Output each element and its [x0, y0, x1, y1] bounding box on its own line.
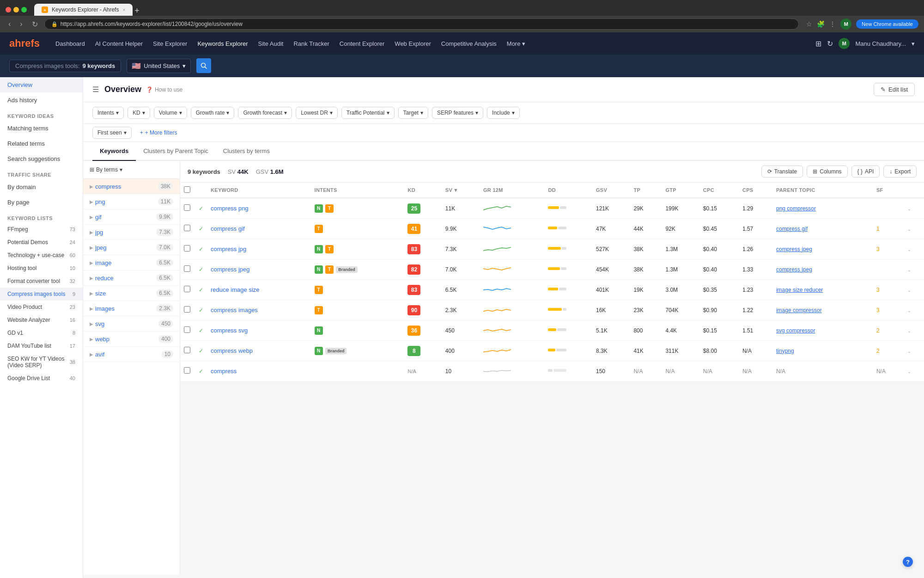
col-kd[interactable]: KD [404, 183, 441, 198]
sidebar-list-gd-v1[interactable]: GD v1 8 [0, 326, 83, 339]
settings-icon[interactable]: ↻ [827, 39, 833, 48]
sidebar-by-page[interactable]: By page [0, 195, 83, 210]
sidebar-list-hosting-tool[interactable]: Hosting tool 10 [0, 262, 83, 275]
row-checkbox[interactable] [180, 259, 195, 280]
filter-serp-features[interactable]: SERP features ▾ [432, 107, 483, 119]
nav-competitive-analysis[interactable]: Competitive Analysis [437, 37, 501, 50]
row-keyword[interactable]: compress webp [207, 341, 311, 361]
row-parent-topic[interactable]: svg compressor [772, 320, 873, 341]
translate-button[interactable]: ⟳ Translate [761, 166, 803, 178]
row-parent-topic[interactable]: png compressor [772, 198, 873, 219]
select-all-checkbox[interactable] [184, 186, 190, 193]
parent-topic-link[interactable]: compress jpeg [776, 246, 812, 252]
tab-clusters-terms[interactable]: Clusters by terms [216, 142, 277, 161]
col-gr12m[interactable]: GR 12M [480, 183, 544, 198]
sidebar-list-dam-youtube[interactable]: DAM YouTube list 17 [0, 339, 83, 352]
active-tab[interactable]: a Keywords Explorer - Ahrefs × [34, 4, 133, 16]
search-button[interactable] [196, 58, 211, 73]
row-select-checkbox[interactable] [184, 306, 190, 313]
row-keyword[interactable]: compress jpg [207, 239, 311, 259]
col-keyword[interactable]: Keyword [207, 183, 311, 198]
menu-icon[interactable]: ⋮ [829, 20, 836, 28]
user-name[interactable]: Manu Chaudhary... [855, 40, 906, 47]
cluster-row-size[interactable]: ▶ size 6.5K [83, 286, 180, 301]
user-avatar[interactable]: M [840, 18, 851, 30]
api-button[interactable]: { } API [851, 166, 880, 178]
url-bar[interactable]: 🔒 https://app.ahrefs.com/keywords-explor… [44, 18, 799, 30]
expand-row-icon[interactable]: ⌄ [907, 349, 911, 354]
expand-row-icon[interactable]: ⌄ [907, 247, 911, 252]
row-checkbox[interactable] [180, 341, 195, 361]
sidebar-overview[interactable]: Overview [0, 77, 83, 92]
filter-growth-rate[interactable]: Growth rate ▾ [191, 107, 235, 119]
country-selector[interactable]: 🇺🇸 United States ▾ [127, 59, 191, 73]
row-checkbox[interactable] [180, 239, 195, 259]
row-keyword[interactable]: reduce image size [207, 280, 311, 300]
sidebar-matching-terms[interactable]: Matching terms [0, 121, 83, 136]
expand-row-icon[interactable]: ⌄ [907, 288, 911, 293]
keyword-link[interactable]: compress png [211, 205, 249, 212]
chrome-update-button[interactable]: New Chrome available [856, 19, 918, 29]
filter-intents[interactable]: Intents ▾ [92, 107, 124, 119]
new-tab-button[interactable]: + [134, 6, 140, 16]
row-select-checkbox[interactable] [184, 225, 190, 231]
ahrefs-logo[interactable]: ahrefs [9, 37, 40, 49]
columns-button[interactable]: ⊞ Columns [807, 166, 847, 178]
keyword-link[interactable]: compress jpg [211, 246, 246, 252]
filter-traffic-potential[interactable]: Traffic Potential ▾ [341, 107, 395, 119]
parent-topic-link[interactable]: compress jpeg [776, 266, 812, 273]
sidebar-list-ffmpeg[interactable]: FFmpeg 73 [0, 223, 83, 236]
row-keyword[interactable]: compress images [207, 300, 311, 320]
row-expand[interactable]: ⌄ [904, 239, 924, 259]
sidebar-list-format-converter[interactable]: Format converter tool 32 [0, 275, 83, 288]
help-button[interactable]: ? [903, 557, 913, 567]
sidebar-related-terms[interactable]: Related terms [0, 136, 83, 151]
nav-content-explorer[interactable]: Content Explorer [335, 37, 389, 50]
expand-row-icon[interactable]: ⌄ [907, 328, 911, 333]
row-keyword[interactable]: compress gif [207, 219, 311, 239]
row-select-checkbox[interactable] [184, 265, 190, 272]
tab-close-button[interactable]: × [122, 7, 125, 12]
keyword-link[interactable]: reduce image size [211, 286, 260, 293]
row-expand[interactable]: ⌄ [904, 198, 924, 219]
row-parent-topic[interactable]: compress gif [772, 219, 873, 239]
sidebar-list-google-drive[interactable]: Google Drive List 40 [0, 372, 83, 385]
col-cps[interactable]: CPS [739, 183, 772, 198]
row-expand[interactable]: ⌄ [904, 219, 924, 239]
row-select-checkbox[interactable] [184, 245, 190, 252]
row-keyword[interactable]: compress png [207, 198, 311, 219]
expand-row-icon[interactable]: ⌄ [907, 206, 911, 211]
how-to-use-link[interactable]: ❓ How to use [146, 86, 182, 93]
layout-icon[interactable]: ⊞ [815, 39, 821, 48]
col-gtp[interactable]: GTP [662, 183, 699, 198]
more-filters-button[interactable]: + + More filters [135, 127, 182, 139]
row-select-checkbox[interactable] [184, 204, 190, 211]
filter-first-seen[interactable]: First seen ▾ [92, 127, 132, 139]
row-expand[interactable]: ⌄ [904, 341, 924, 361]
refresh-button[interactable]: ↻ [29, 19, 41, 30]
nav-site-audit[interactable]: Site Audit [254, 37, 288, 50]
row-expand[interactable]: ⌄ [904, 280, 924, 300]
col-sf[interactable]: SF [873, 183, 904, 198]
tab-clusters-parent[interactable]: Clusters by Parent Topic [136, 142, 216, 161]
col-tp[interactable]: TP [630, 183, 662, 198]
cluster-row-avif[interactable]: ▶ avif 10 [83, 347, 180, 362]
user-dropdown-icon[interactable]: ▾ [912, 40, 915, 47]
cluster-row-compress[interactable]: ▶ compress 38K [83, 179, 180, 194]
keyword-link[interactable]: compress [211, 368, 237, 375]
col-intents[interactable]: Intents [311, 183, 404, 198]
keyword-link[interactable]: compress gif [211, 225, 245, 232]
hamburger-icon[interactable]: ☰ [92, 85, 99, 94]
sidebar-list-potential-demos[interactable]: Potential Demos 24 [0, 236, 83, 249]
keyword-link[interactable]: compress jpeg [211, 266, 250, 273]
expand-row-icon[interactable]: ⌄ [907, 369, 911, 374]
row-keyword[interactable]: compress [207, 361, 311, 381]
expand-row-icon[interactable]: ⌄ [907, 267, 911, 272]
row-select-checkbox[interactable] [184, 326, 190, 333]
filter-growth-forecast[interactable]: Growth forecast ▾ [238, 107, 292, 119]
parent-topic-link[interactable]: compress gif [776, 226, 808, 232]
sidebar-list-seo-yt[interactable]: SEO KW for YT Videos (Video SERP) 38 [0, 352, 83, 372]
cluster-row-gif[interactable]: ▶ gif 9.9K [83, 209, 180, 225]
sidebar-search-suggestions[interactable]: Search suggestions [0, 151, 83, 166]
cluster-row-jpg[interactable]: ▶ jpg 7.3K [83, 225, 180, 240]
